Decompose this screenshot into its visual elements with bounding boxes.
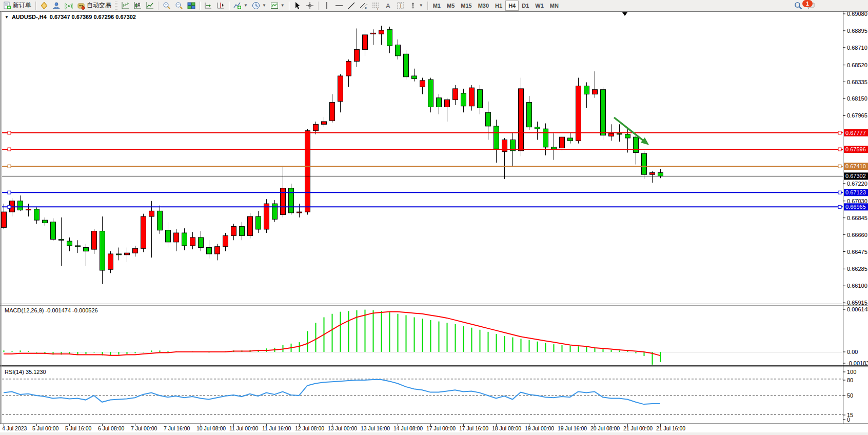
timeframe-m5[interactable]: M5 (444, 1, 458, 11)
candle-body (264, 204, 269, 229)
templates-dropdown-caret[interactable]: ▼ (281, 3, 285, 8)
macd-bar (86, 352, 87, 354)
toolbar-grip (115, 2, 117, 10)
bar-chart-button[interactable] (119, 1, 131, 11)
text-tool-button[interactable]: A (382, 1, 394, 11)
line-handle[interactable] (838, 148, 841, 151)
periods-dropdown-caret[interactable]: ▼ (262, 3, 266, 8)
zoom-out-button[interactable] (173, 1, 185, 11)
arrows-tool-button[interactable]: ▼ (407, 1, 425, 11)
line-chart-button[interactable] (144, 1, 156, 11)
candle-body (617, 133, 622, 134)
candle-body (59, 240, 64, 241)
price-tick-label: 0.68150 (847, 95, 867, 102)
price-tick-label: 0.68895 (847, 28, 867, 34)
timeframe-d1[interactable]: D1 (519, 1, 532, 11)
line-handle[interactable] (838, 131, 841, 134)
fibonacci-tool-button[interactable]: F (370, 1, 382, 11)
label-tool-button[interactable]: T (394, 1, 407, 11)
time-tick-label: 12 Jul 08:00 (295, 425, 324, 431)
auto-trading-button[interactable]: 自动交易 (75, 1, 113, 11)
price-tick-label: 0.68335 (847, 79, 867, 85)
metaquotes-button[interactable] (38, 1, 50, 11)
crosshair-tool-button[interactable] (304, 1, 316, 11)
channel-tool-button[interactable]: E (358, 1, 370, 11)
new-order-button[interactable]: 新订单 (1, 1, 33, 11)
candle-body (43, 220, 48, 223)
price-tick-label: 0.68520 (847, 62, 867, 68)
macd-bar (619, 350, 620, 352)
tile-windows-button[interactable] (185, 1, 198, 11)
templates-button[interactable]: ▼ (268, 1, 287, 11)
price-tick-label: 0.69080 (847, 11, 867, 17)
candlestick-chart-button[interactable] (131, 1, 144, 11)
candle-body (469, 88, 475, 106)
time-tick-label: 7 Jul 16:00 (164, 425, 190, 431)
candle-body (420, 81, 425, 87)
timeframe-bar: M1M5M15M30H1H4D1W1MN (430, 1, 562, 11)
candle-body (445, 100, 450, 107)
separator (427, 2, 428, 10)
timeframe-mn[interactable]: MN (547, 1, 562, 11)
candle-body (157, 211, 163, 230)
candle-body (601, 90, 606, 135)
cursor-tool-button[interactable] (291, 1, 304, 11)
line-handle[interactable] (8, 148, 11, 151)
macd-bar (389, 312, 390, 352)
macd-bar (340, 312, 341, 352)
candle-body (240, 227, 245, 236)
time-tick-label: 10 Jul 08:00 (196, 425, 226, 431)
candle-body (658, 173, 663, 176)
chart-shift-button[interactable] (214, 1, 227, 11)
candle-body (453, 89, 458, 100)
time-tick-label: 19 Jul 16:00 (558, 425, 587, 431)
profile-button[interactable] (50, 1, 63, 11)
symbol-dropdown-icon[interactable]: ▼ (5, 15, 9, 19)
candle-body (223, 235, 228, 246)
candle-body (412, 76, 417, 78)
vertical-line-tool-button[interactable] (321, 1, 333, 11)
arrows-dropdown-caret[interactable]: ▼ (419, 3, 423, 8)
line-handle[interactable] (8, 165, 11, 168)
auto-scroll-button[interactable] (202, 1, 214, 11)
signal-button[interactable] (63, 1, 75, 11)
timeframe-m15[interactable]: M15 (458, 1, 475, 11)
candle-body (346, 62, 351, 76)
line-handle[interactable] (8, 191, 11, 194)
candle-body (116, 254, 122, 255)
candle-body (133, 248, 138, 253)
time-tick-label: 21 Jul 00:00 (623, 425, 653, 431)
candle-body (207, 248, 212, 254)
candle-body (609, 133, 614, 136)
indicators-dropdown-caret[interactable]: ▼ (244, 3, 248, 8)
candle-body (305, 131, 310, 212)
candle-body (642, 153, 647, 174)
timeframe-m30[interactable]: M30 (475, 1, 492, 11)
notification-badge[interactable]: 1 (802, 0, 813, 7)
bar-chart-icon (121, 2, 129, 10)
indicators-button[interactable]: ▼ (231, 1, 250, 11)
candle-body (75, 246, 81, 247)
time-tick-label: 4 Jul 2023 (2, 425, 27, 431)
timeframe-h1[interactable]: H1 (492, 1, 505, 11)
timeframe-m1[interactable]: M1 (430, 1, 444, 11)
line-handle[interactable] (838, 191, 841, 194)
zoom-in-button[interactable] (161, 1, 173, 11)
crosshair-icon (306, 2, 314, 10)
candle-body (568, 138, 573, 141)
line-handle[interactable] (838, 165, 841, 168)
horizontal-line-tool-button[interactable] (333, 1, 345, 11)
candle-body (92, 231, 97, 249)
line-handle[interactable] (8, 131, 11, 134)
timeframe-h4[interactable]: H4 (505, 1, 519, 11)
svg-text:T: T (399, 3, 402, 9)
trendline-tool-button[interactable] (345, 1, 358, 11)
timeframe-w1[interactable]: W1 (532, 1, 547, 11)
time-tick-label: 19 Jul 00:00 (525, 425, 554, 431)
macd-bar (398, 314, 399, 352)
line-handle[interactable] (838, 205, 841, 208)
auto-scroll-icon (204, 2, 212, 10)
candle-body (215, 247, 220, 254)
line-handle[interactable] (8, 205, 11, 208)
periods-button[interactable]: ▼ (250, 1, 268, 11)
